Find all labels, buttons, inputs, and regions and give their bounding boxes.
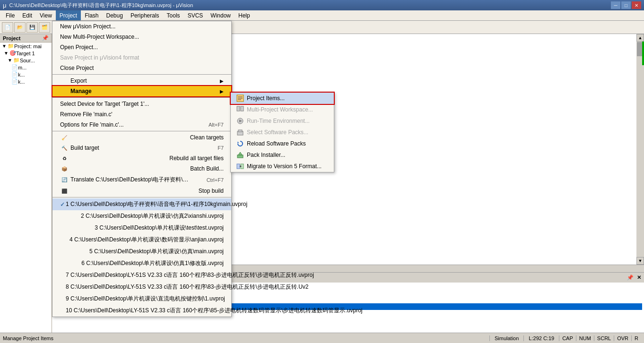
submenu-pack-installer[interactable]: Pack Installer... bbox=[231, 149, 334, 161]
submenu-project-items[interactable]: Project Items... bbox=[231, 93, 334, 104]
svg-marker-12 bbox=[238, 152, 242, 155]
menu-recent-4[interactable]: ✓ 4 C:\Users\Dell\Desktop\单片机课设\数码管显示\an… bbox=[52, 234, 231, 246]
tree-item-file1[interactable]: 📄 m... bbox=[0, 64, 52, 71]
build-shortcut: F7 bbox=[218, 145, 224, 151]
menu-recent-2[interactable]: ✓ 2 C:\Users\Dell\Desktop\单片机课设\仿真2\xian… bbox=[52, 210, 231, 222]
menu-clean[interactable]: 🧹 Clean targets bbox=[52, 132, 231, 143]
svg-rect-9 bbox=[238, 130, 242, 132]
title-bar: μ C:\Users\Dell\Desktop\电子秤资料\语音电子秤\1-程序… bbox=[0, 0, 644, 10]
toolbar-open[interactable]: 📂 bbox=[14, 22, 26, 33]
menu-recent-3[interactable]: ✓ 3 C:\Users\Dell\Desktop\单片机课设\test\tes… bbox=[52, 222, 231, 234]
menu-item-window[interactable]: Window bbox=[207, 10, 235, 20]
submenu-multi-workspace[interactable]: Multi-Project Workspace... bbox=[231, 104, 334, 115]
menu-item-file[interactable]: File bbox=[2, 10, 18, 20]
menu-batch[interactable]: 📦 Batch Build... bbox=[52, 163, 231, 174]
multi-workspace-icon bbox=[235, 106, 245, 113]
tree-item-file3[interactable]: 📄 k... bbox=[0, 78, 52, 85]
project-folder-icon: 📁 bbox=[8, 43, 14, 49]
menu-export[interactable]: Export ▶ bbox=[52, 76, 231, 86]
menu-item-flash[interactable]: Flash bbox=[81, 10, 102, 20]
menu-open-project[interactable]: Open Project... bbox=[52, 42, 231, 52]
submenu-migrate[interactable]: Migrate to Version 5 Format... bbox=[231, 161, 334, 172]
menu-recent-6[interactable]: ✓ 6 C:\Users\Dell\Desktop\单片机课设\仿真1\修改版.… bbox=[52, 257, 231, 269]
menu-new-multi[interactable]: New Multi-Project Workspace... bbox=[52, 32, 231, 42]
tree-item-target[interactable]: ▼ 🎯 Target 1 bbox=[0, 50, 52, 57]
green-indicator bbox=[642, 42, 644, 65]
menu-select-device[interactable]: Select Device for Target 'Target 1'... bbox=[52, 99, 231, 109]
vertical-scrollbar[interactable]: ▲ ▼ bbox=[636, 34, 644, 265]
project-tree: ▼ 📁 Project: mai ▼ 🎯 Target 1 ▼ 📁 Sour..… bbox=[0, 43, 52, 334]
menu-recent-7[interactable]: ✓ 7 C:\Users\Dell\Desktop\LY-51S V2.33 c… bbox=[52, 269, 231, 281]
migrate-icon bbox=[235, 163, 245, 170]
menu-item-tools[interactable]: Tools bbox=[163, 10, 184, 20]
submenu-runtime[interactable]: Run-Time Environment... bbox=[231, 115, 334, 127]
tree-item-file2[interactable]: 📄 k... bbox=[0, 71, 52, 78]
batch-icon: 📦 bbox=[60, 166, 69, 172]
status-ovr: OVR bbox=[614, 335, 632, 341]
rebuild-icon: ♻ bbox=[60, 156, 69, 161]
submenu-reload[interactable]: Reload Software Packs bbox=[231, 138, 334, 149]
menu-save-uv4[interactable]: Save Project in μVision4 format bbox=[52, 52, 231, 63]
status-simulation: Simulation bbox=[489, 335, 524, 341]
menu-recent-8[interactable]: ✓ 8 C:\Users\Dell\Desktop\LY-51S V2.33 c… bbox=[52, 281, 231, 293]
translate-shortcut: Ctrl+F7 bbox=[207, 177, 224, 183]
tree-label-file2: k... bbox=[18, 72, 25, 77]
menu-build[interactable]: 🔨 Build target F7 bbox=[52, 143, 231, 153]
menu-recent-1[interactable]: ✓ 1 C:\Users\Dell\Desktop\电子秤资料\语音电子秤\1-… bbox=[52, 198, 231, 210]
manage-submenu: Project Items... Multi-Project Workspace… bbox=[230, 92, 334, 172]
submenu-sw-packs[interactable]: Select Software Packs... bbox=[231, 127, 334, 138]
menu-recent-5[interactable]: ✓ 5 C:\Users\Dell\Desktop\单片机课设\仿真\main.… bbox=[52, 246, 231, 257]
status-r: R bbox=[632, 335, 641, 341]
left-sidebar: Project 📌 ▼ 📁 Project: mai ▼ 🎯 Target 1 … bbox=[0, 34, 52, 343]
menu-stop-build[interactable]: ⬛ Stop build bbox=[52, 186, 231, 196]
translate-icon: 🔄 bbox=[60, 177, 69, 182]
toolbar-save-all[interactable]: 🗂️ bbox=[39, 22, 50, 33]
scroll-up-arrow[interactable]: ▲ bbox=[636, 34, 644, 42]
menu-item-help[interactable]: Help bbox=[235, 10, 254, 20]
toolbar-save[interactable]: 💾 bbox=[26, 22, 38, 33]
status-caps: CAP bbox=[559, 335, 576, 341]
status-scrl: SCRL bbox=[594, 335, 614, 341]
menu-close-project[interactable]: Close Project bbox=[52, 63, 231, 73]
build-icon: 🔨 bbox=[60, 146, 69, 151]
toolbar-new[interactable]: 📄 bbox=[2, 22, 13, 33]
menu-recent-10[interactable]: ✓ 10 C:\Users\Dell\Desktop\LY-51S V2.33 … bbox=[52, 305, 231, 317]
tree-item-project[interactable]: ▼ 📁 Project: mai bbox=[0, 43, 52, 50]
reload-icon bbox=[235, 140, 245, 147]
stop-icon: ⬛ bbox=[60, 189, 69, 194]
project-dropdown: New μVision Project... New Multi-Project… bbox=[52, 21, 232, 317]
tree-label-file1: m... bbox=[18, 65, 26, 70]
close-button[interactable]: ✕ bbox=[632, 1, 641, 9]
maximize-button[interactable]: □ bbox=[621, 1, 631, 9]
svg-rect-11 bbox=[237, 155, 243, 158]
build-output-close[interactable]: ✕ bbox=[637, 274, 641, 280]
sidebar-header: Project 📌 bbox=[0, 34, 52, 43]
svg-rect-13 bbox=[237, 164, 240, 169]
menu-item-debug[interactable]: Debug bbox=[103, 10, 127, 20]
menu-rebuild[interactable]: ♻ Rebuild all target files bbox=[52, 153, 231, 163]
clean-icon: 🧹 bbox=[60, 135, 69, 140]
menu-remove-file[interactable]: Remove File 'main.c' bbox=[52, 109, 231, 120]
checkmark-1: ✓ bbox=[60, 201, 65, 208]
project-items-icon bbox=[235, 94, 245, 102]
menu-item-project[interactable]: Project bbox=[56, 10, 81, 20]
scroll-down-arrow[interactable]: ▼ bbox=[636, 257, 644, 265]
menu-item-peripherals[interactable]: Peripherals bbox=[127, 10, 163, 20]
tree-label-source: Sour... bbox=[20, 58, 35, 63]
scroll-track bbox=[636, 42, 644, 257]
menu-manage[interactable]: Manage ▶ bbox=[52, 86, 231, 96]
svg-marker-10 bbox=[237, 142, 239, 144]
menu-recent-9[interactable]: ✓ 9 C:\Users\Dell\Desktop\单片机课设\直流电机按键控制… bbox=[52, 293, 231, 305]
menu-new-uvision[interactable]: New μVision Project... bbox=[52, 21, 231, 32]
menu-item-edit[interactable]: Edit bbox=[18, 10, 36, 20]
menu-options-file[interactable]: Options for File 'main.c'... Alt+F7 bbox=[52, 120, 231, 130]
build-output-pin[interactable]: 📌 bbox=[627, 274, 634, 280]
menu-item-view[interactable]: View bbox=[36, 10, 56, 20]
status-manage: Manage Project Items bbox=[3, 335, 489, 341]
menu-item-svcs[interactable]: SVCS bbox=[184, 10, 207, 20]
tree-item-source[interactable]: ▼ 📁 Sour... bbox=[0, 57, 52, 64]
minimize-button[interactable]: ─ bbox=[611, 1, 620, 9]
sidebar-pin-icon[interactable]: 📌 bbox=[42, 35, 49, 41]
sep1 bbox=[52, 74, 231, 75]
menu-translate[interactable]: 🔄 Translate C:\Users\Dell\Desktop\电子秤资料\… bbox=[52, 174, 231, 186]
